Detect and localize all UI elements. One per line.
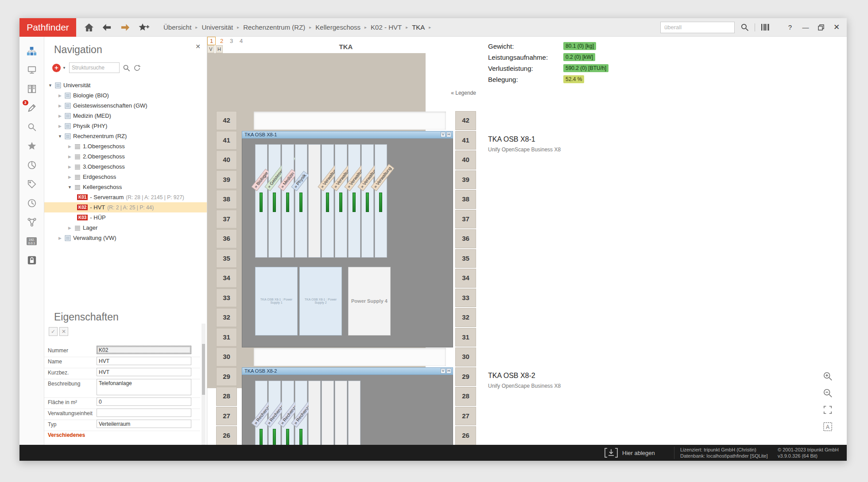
property-input[interactable] — [97, 397, 191, 406]
property-input[interactable] — [97, 357, 191, 365]
expand-icon[interactable]: ▶ — [67, 175, 72, 179]
lock-icon[interactable] — [26, 255, 38, 266]
device-card-slot[interactable] — [322, 381, 334, 445]
tree-item[interactable]: K02- HVT(R: 2 | A: 25 | P: 44) — [44, 202, 207, 212]
tree-item[interactable]: ▶Lager — [44, 223, 207, 233]
structure-search-input[interactable] — [69, 62, 120, 73]
search-icon[interactable] — [123, 64, 130, 72]
orientation-button[interactable]: H — [216, 45, 223, 53]
back-icon[interactable] — [102, 23, 112, 31]
expand-icon[interactable]: ▶ — [58, 236, 62, 240]
device-module[interactable]: TKA OSB X8-1 : Power Supply 2 — [299, 267, 342, 335]
tree-item[interactable]: ▼Universität — [44, 80, 207, 90]
property-input[interactable] — [97, 379, 191, 395]
scrollbar-thumb[interactable] — [202, 344, 205, 395]
home-icon[interactable] — [84, 23, 94, 32]
edit-icon[interactable]: 3 — [26, 103, 38, 113]
expand-icon[interactable]: ▶ — [67, 154, 72, 159]
tree-item[interactable]: ▼Rechenzentrum (RZ) — [44, 131, 207, 141]
tags-icon[interactable] — [26, 179, 38, 189]
reports-icon[interactable] — [26, 160, 38, 170]
tree-item[interactable]: K03- HÜP — [44, 212, 207, 223]
rack-tab[interactable]: 4 — [237, 37, 245, 45]
restore-button[interactable] — [816, 24, 826, 31]
tree-item[interactable]: ▶Medizin (MED) — [44, 111, 207, 121]
breadcrumb-item[interactable]: TKA — [412, 23, 425, 31]
collapse-icon[interactable]: ▼ — [58, 134, 62, 139]
expand-icon[interactable]: ▶ — [67, 226, 72, 230]
property-input[interactable] — [97, 368, 191, 376]
topology-icon[interactable] — [26, 217, 38, 228]
workplace-icon[interactable] — [26, 65, 38, 75]
global-search-input[interactable] — [660, 22, 735, 33]
tree-item[interactable]: ▶Geisteswissenschaften (GW) — [44, 100, 207, 111]
apply-button[interactable]: ✓ — [49, 327, 58, 336]
orientation-button[interactable]: V — [441, 368, 446, 374]
zoom-in-icon[interactable] — [822, 370, 833, 382]
add-button[interactable]: + — [52, 64, 61, 72]
tree-item[interactable]: ▼Kellergeschoss — [44, 182, 207, 192]
expand-icon[interactable]: ▶ — [58, 93, 62, 98]
zoom-text-fit-icon[interactable]: A — [822, 421, 833, 432]
property-input[interactable] — [97, 409, 191, 417]
device-card-slot[interactable] — [335, 381, 347, 445]
rack-device[interactable]: TKA OSB X8-1VH» Biologie» Geisteswissens… — [242, 131, 453, 348]
tree-item[interactable]: ▶3.Obergeschoss — [44, 162, 207, 172]
property-input[interactable] — [97, 420, 191, 428]
tree-item[interactable]: ▶Verwaltung (VW) — [44, 233, 207, 243]
zoom-out-icon[interactable] — [822, 387, 833, 399]
search-icon[interactable] — [740, 23, 749, 31]
breadcrumb-item[interactable]: K02 - HVT — [371, 23, 402, 31]
rack-tab[interactable]: 2 — [218, 37, 225, 45]
device-card-slot[interactable] — [308, 381, 321, 445]
device-module[interactable]: TKA OSB X8-1 : Power Supply 1 — [255, 267, 298, 335]
close-button[interactable]: ✕ — [832, 23, 841, 32]
history-icon[interactable] — [26, 198, 38, 208]
collapse-icon[interactable]: ▼ — [48, 83, 53, 88]
tree-item[interactable]: ▶Erdgeschoss — [44, 172, 207, 182]
forward-icon[interactable] — [120, 23, 130, 31]
close-icon[interactable]: ✕ — [195, 43, 201, 50]
cancel-button[interactable]: ✕ — [59, 327, 68, 336]
add-favorite-icon[interactable] — [138, 23, 150, 32]
rack-tab[interactable]: 1 — [207, 37, 216, 45]
rack-view-icon[interactable] — [26, 84, 38, 94]
tree-item[interactable]: ▶Physik (PHY) — [44, 121, 207, 131]
expand-icon[interactable]: ▶ — [58, 124, 62, 128]
rack-device[interactable]: TKA OSB X8-2VH» Rechenzentrum» Rechenzen… — [242, 367, 453, 445]
orientation-button[interactable]: H — [446, 132, 451, 137]
orientation-button[interactable]: V — [441, 132, 446, 137]
rack-tab[interactable]: 3 — [228, 37, 235, 45]
tree-item[interactable]: ▶1.Obergeschoss — [44, 141, 207, 151]
scrollbar[interactable] — [202, 324, 205, 445]
collapse-icon[interactable]: ▼ — [67, 185, 72, 189]
orientation-button[interactable]: H — [446, 368, 451, 374]
device-card-slot[interactable] — [348, 381, 360, 445]
legend-link[interactable]: « Legende — [407, 90, 476, 96]
orientation-button[interactable]: V — [207, 45, 214, 53]
expand-icon[interactable]: ▶ — [67, 144, 72, 149]
refresh-icon[interactable] — [133, 64, 141, 72]
property-input[interactable] — [97, 346, 191, 354]
zoom-fit-icon[interactable] — [822, 404, 833, 416]
breadcrumb-item[interactable]: Universität — [202, 23, 233, 31]
minimize-button[interactable]: — — [801, 23, 810, 32]
expand-icon[interactable]: ▶ — [58, 114, 62, 118]
ip-address-icon[interactable]: 192.0.0.1 — [26, 236, 38, 247]
tree-item[interactable]: ▶2.Obergeschoss — [44, 151, 207, 162]
device-card-slot[interactable] — [308, 144, 321, 258]
search-icon[interactable] — [26, 122, 38, 132]
structure-view-icon[interactable] — [26, 46, 38, 56]
breadcrumb-item[interactable]: Kellergeschoss — [315, 23, 360, 31]
tree-item[interactable]: ▶Biologie (BIO) — [44, 90, 207, 100]
breadcrumb-item[interactable]: Übersicht — [163, 23, 191, 31]
expand-icon[interactable]: ▶ — [67, 165, 72, 169]
favorites-icon[interactable] — [26, 141, 38, 151]
app-logo[interactable]: Pathfinder — [19, 18, 76, 37]
tree-item[interactable]: K01- Serverraum(R: 28 | A: 2145 | P: 927… — [44, 192, 207, 202]
breadcrumb-item[interactable]: Rechenzentrum (RZ) — [243, 23, 305, 31]
drop-zone[interactable]: Hier ablegen — [604, 447, 655, 458]
barcode-scan-icon[interactable] — [761, 23, 770, 31]
expand-icon[interactable]: ▶ — [58, 104, 62, 108]
device-module[interactable]: Power Supply 4 — [348, 267, 391, 335]
